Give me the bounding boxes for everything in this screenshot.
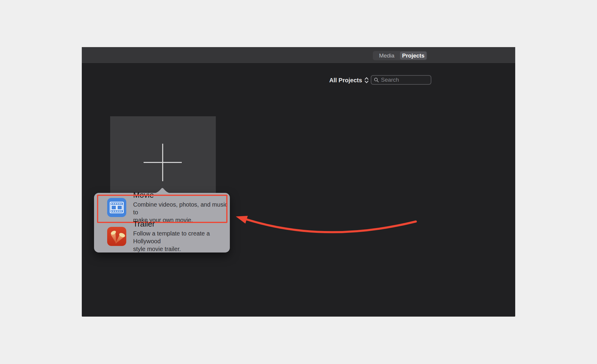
window-topbar: Media Projects — [82, 47, 515, 63]
popover-item-movie[interactable]: Movie Combine videos, photos, and music … — [94, 193, 230, 222]
search-input[interactable] — [381, 77, 428, 83]
filter-label: All Projects — [329, 77, 362, 84]
media-projects-segmented-control: Media Projects — [373, 51, 427, 60]
popover-item-title: Trailer — [133, 220, 230, 229]
search-icon — [374, 77, 379, 83]
new-project-popover: Movie Combine videos, photos, and music … — [94, 193, 230, 253]
up-down-chevron-icon — [364, 77, 369, 83]
tab-projects[interactable]: Projects — [400, 52, 427, 60]
all-projects-filter[interactable]: All Projects — [329, 76, 369, 85]
film-strip-icon — [107, 198, 126, 217]
popover-item-title: Movie — [133, 191, 230, 200]
imovie-window: Media Projects All Projects — [82, 47, 515, 317]
annotation-arrow — [230, 209, 421, 246]
popover-item-text: Movie Combine videos, photos, and music … — [133, 191, 230, 224]
crossed-spotlights-icon — [107, 227, 126, 246]
popover-item-description: Follow a template to create a Hollywood … — [133, 230, 230, 253]
plus-icon[interactable] — [142, 142, 184, 183]
search-field[interactable] — [371, 75, 431, 85]
tab-media[interactable]: Media — [373, 52, 400, 60]
popover-item-trailer[interactable]: Trailer Follow a template to create a Ho… — [94, 222, 230, 251]
popover-item-text: Trailer Follow a template to create a Ho… — [133, 220, 230, 253]
